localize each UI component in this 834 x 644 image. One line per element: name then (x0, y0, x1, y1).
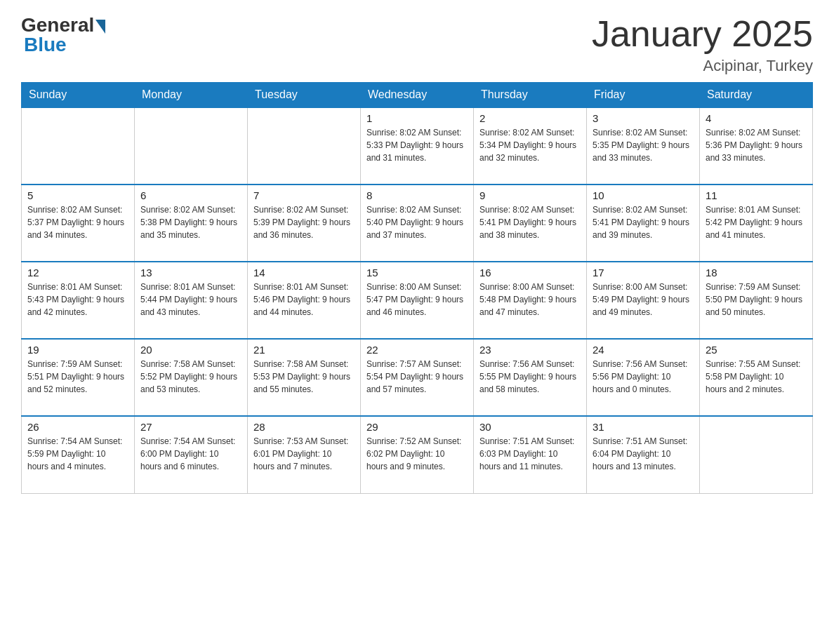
table-row: 7Sunrise: 8:02 AM Sunset: 5:39 PM Daylig… (248, 185, 361, 262)
table-row: 4Sunrise: 8:02 AM Sunset: 5:36 PM Daylig… (700, 107, 813, 185)
table-row (700, 416, 813, 493)
day-number: 28 (253, 421, 355, 433)
day-number: 9 (479, 189, 581, 201)
table-row: 17Sunrise: 8:00 AM Sunset: 5:49 PM Dayli… (587, 262, 700, 339)
table-row: 26Sunrise: 7:54 AM Sunset: 5:59 PM Dayli… (22, 416, 135, 493)
day-info: Sunrise: 7:53 AM Sunset: 6:01 PM Dayligh… (253, 435, 355, 473)
table-row: 11Sunrise: 8:01 AM Sunset: 5:42 PM Dayli… (700, 185, 813, 262)
day-info: Sunrise: 7:58 AM Sunset: 5:52 PM Dayligh… (140, 358, 241, 396)
table-row: 21Sunrise: 7:58 AM Sunset: 5:53 PM Dayli… (248, 339, 361, 416)
day-info: Sunrise: 7:55 AM Sunset: 5:58 PM Dayligh… (706, 358, 807, 396)
table-row: 16Sunrise: 8:00 AM Sunset: 5:48 PM Dayli… (474, 262, 587, 339)
day-info: Sunrise: 8:02 AM Sunset: 5:36 PM Dayligh… (706, 126, 807, 164)
day-number: 12 (27, 267, 128, 279)
day-info: Sunrise: 8:02 AM Sunset: 5:37 PM Dayligh… (27, 203, 128, 241)
day-number: 3 (593, 112, 694, 124)
day-info: Sunrise: 7:56 AM Sunset: 5:55 PM Dayligh… (479, 358, 581, 396)
table-row: 29Sunrise: 7:52 AM Sunset: 6:02 PM Dayli… (361, 416, 474, 493)
day-number: 29 (366, 421, 468, 433)
day-number: 5 (27, 189, 128, 201)
calendar-week-row: 12Sunrise: 8:01 AM Sunset: 5:43 PM Dayli… (22, 262, 813, 339)
day-info: Sunrise: 8:02 AM Sunset: 5:35 PM Dayligh… (593, 126, 694, 164)
day-number: 15 (366, 267, 468, 279)
day-info: Sunrise: 7:54 AM Sunset: 5:59 PM Dayligh… (27, 435, 128, 473)
table-row (22, 107, 135, 185)
day-number: 20 (140, 344, 241, 356)
table-row: 5Sunrise: 8:02 AM Sunset: 5:37 PM Daylig… (22, 185, 135, 262)
table-row: 13Sunrise: 8:01 AM Sunset: 5:44 PM Dayli… (135, 262, 248, 339)
day-number: 31 (593, 421, 694, 433)
day-number: 26 (27, 421, 128, 433)
table-row: 3Sunrise: 8:02 AM Sunset: 5:35 PM Daylig… (587, 107, 700, 185)
day-number: 17 (593, 267, 694, 279)
table-row: 2Sunrise: 8:02 AM Sunset: 5:34 PM Daylig… (474, 107, 587, 185)
table-row: 19Sunrise: 7:59 AM Sunset: 5:51 PM Dayli… (22, 339, 135, 416)
day-number: 8 (366, 189, 468, 201)
day-number: 2 (479, 112, 581, 124)
calendar-week-row: 19Sunrise: 7:59 AM Sunset: 5:51 PM Dayli… (22, 339, 813, 416)
calendar-header-row: Sunday Monday Tuesday Wednesday Thursday… (22, 83, 813, 108)
page-header: General Blue January 2025 Acipinar, Turk… (21, 14, 813, 75)
table-row: 27Sunrise: 7:54 AM Sunset: 6:00 PM Dayli… (135, 416, 248, 493)
calendar-week-row: 5Sunrise: 8:02 AM Sunset: 5:37 PM Daylig… (22, 185, 813, 262)
table-row: 23Sunrise: 7:56 AM Sunset: 5:55 PM Dayli… (474, 339, 587, 416)
day-info: Sunrise: 7:51 AM Sunset: 6:04 PM Dayligh… (593, 435, 694, 473)
col-tuesday: Tuesday (248, 83, 361, 108)
col-saturday: Saturday (700, 83, 813, 108)
col-friday: Friday (587, 83, 700, 108)
day-info: Sunrise: 8:01 AM Sunset: 5:44 PM Dayligh… (140, 281, 241, 318)
table-row: 14Sunrise: 8:01 AM Sunset: 5:46 PM Dayli… (248, 262, 361, 339)
calendar-table: Sunday Monday Tuesday Wednesday Thursday… (21, 82, 813, 494)
month-title: January 2025 (592, 14, 813, 54)
col-wednesday: Wednesday (361, 83, 474, 108)
table-row: 10Sunrise: 8:02 AM Sunset: 5:41 PM Dayli… (587, 185, 700, 262)
day-number: 16 (479, 267, 581, 279)
day-info: Sunrise: 7:52 AM Sunset: 6:02 PM Dayligh… (366, 435, 468, 473)
table-row: 22Sunrise: 7:57 AM Sunset: 5:54 PM Dayli… (361, 339, 474, 416)
day-info: Sunrise: 8:00 AM Sunset: 5:49 PM Dayligh… (593, 281, 694, 318)
day-info: Sunrise: 8:01 AM Sunset: 5:43 PM Dayligh… (27, 281, 128, 318)
day-number: 24 (593, 344, 694, 356)
table-row: 6Sunrise: 8:02 AM Sunset: 5:38 PM Daylig… (135, 185, 248, 262)
day-info: Sunrise: 8:02 AM Sunset: 5:38 PM Dayligh… (140, 203, 241, 241)
day-info: Sunrise: 8:01 AM Sunset: 5:42 PM Dayligh… (706, 203, 807, 241)
day-info: Sunrise: 8:02 AM Sunset: 5:41 PM Dayligh… (479, 203, 581, 241)
day-number: 21 (253, 344, 355, 356)
location-label: Acipinar, Turkey (592, 57, 813, 75)
logo: General Blue (21, 14, 105, 56)
table-row: 24Sunrise: 7:56 AM Sunset: 5:56 PM Dayli… (587, 339, 700, 416)
day-number: 19 (27, 344, 128, 356)
day-info: Sunrise: 7:59 AM Sunset: 5:50 PM Dayligh… (706, 281, 807, 318)
day-info: Sunrise: 8:02 AM Sunset: 5:40 PM Dayligh… (366, 203, 468, 241)
table-row: 20Sunrise: 7:58 AM Sunset: 5:52 PM Dayli… (135, 339, 248, 416)
title-section: January 2025 Acipinar, Turkey (592, 14, 813, 75)
day-number: 14 (253, 267, 355, 279)
day-info: Sunrise: 7:54 AM Sunset: 6:00 PM Dayligh… (140, 435, 241, 473)
logo-triangle-icon (95, 20, 105, 34)
day-info: Sunrise: 8:01 AM Sunset: 5:46 PM Dayligh… (253, 281, 355, 318)
col-sunday: Sunday (22, 83, 135, 108)
day-number: 10 (593, 189, 694, 201)
logo-blue-text: Blue (24, 34, 67, 56)
col-thursday: Thursday (474, 83, 587, 108)
day-info: Sunrise: 8:02 AM Sunset: 5:34 PM Dayligh… (479, 126, 581, 164)
table-row (135, 107, 248, 185)
day-number: 25 (706, 344, 807, 356)
day-info: Sunrise: 8:00 AM Sunset: 5:47 PM Dayligh… (366, 281, 468, 318)
table-row: 31Sunrise: 7:51 AM Sunset: 6:04 PM Dayli… (587, 416, 700, 493)
day-number: 22 (366, 344, 468, 356)
day-number: 27 (140, 421, 241, 433)
day-number: 23 (479, 344, 581, 356)
table-row: 18Sunrise: 7:59 AM Sunset: 5:50 PM Dayli… (700, 262, 813, 339)
day-number: 30 (479, 421, 581, 433)
calendar-week-row: 26Sunrise: 7:54 AM Sunset: 5:59 PM Dayli… (22, 416, 813, 493)
table-row: 1Sunrise: 8:02 AM Sunset: 5:33 PM Daylig… (361, 107, 474, 185)
table-row (248, 107, 361, 185)
day-number: 11 (706, 189, 807, 201)
day-info: Sunrise: 8:00 AM Sunset: 5:48 PM Dayligh… (479, 281, 581, 318)
table-row: 28Sunrise: 7:53 AM Sunset: 6:01 PM Dayli… (248, 416, 361, 493)
day-number: 13 (140, 267, 241, 279)
day-number: 4 (706, 112, 807, 124)
day-info: Sunrise: 7:58 AM Sunset: 5:53 PM Dayligh… (253, 358, 355, 396)
table-row: 9Sunrise: 8:02 AM Sunset: 5:41 PM Daylig… (474, 185, 587, 262)
